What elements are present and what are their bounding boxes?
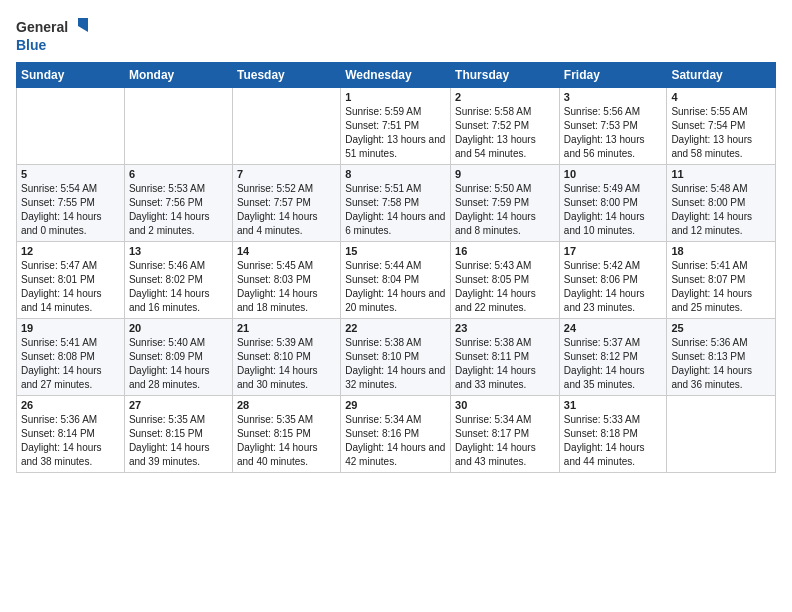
day-cell	[17, 88, 125, 165]
day-number: 24	[564, 322, 663, 334]
week-row-3: 12Sunrise: 5:47 AMSunset: 8:01 PMDayligh…	[17, 242, 776, 319]
day-number: 31	[564, 399, 663, 411]
day-cell: 3Sunrise: 5:56 AMSunset: 7:53 PMDaylight…	[559, 88, 667, 165]
day-cell: 6Sunrise: 5:53 AMSunset: 7:56 PMDaylight…	[124, 165, 232, 242]
day-info: Sunrise: 5:51 AMSunset: 7:58 PMDaylight:…	[345, 182, 446, 238]
day-cell: 27Sunrise: 5:35 AMSunset: 8:15 PMDayligh…	[124, 396, 232, 473]
day-cell: 29Sunrise: 5:34 AMSunset: 8:16 PMDayligh…	[341, 396, 451, 473]
day-number: 17	[564, 245, 663, 257]
day-number: 7	[237, 168, 336, 180]
day-info: Sunrise: 5:36 AMSunset: 8:14 PMDaylight:…	[21, 413, 120, 469]
day-cell: 19Sunrise: 5:41 AMSunset: 8:08 PMDayligh…	[17, 319, 125, 396]
weekday-header-sunday: Sunday	[17, 63, 125, 88]
day-number: 20	[129, 322, 228, 334]
day-cell: 15Sunrise: 5:44 AMSunset: 8:04 PMDayligh…	[341, 242, 451, 319]
weekday-header-thursday: Thursday	[451, 63, 560, 88]
day-info: Sunrise: 5:38 AMSunset: 8:10 PMDaylight:…	[345, 336, 446, 392]
day-info: Sunrise: 5:58 AMSunset: 7:52 PMDaylight:…	[455, 105, 555, 161]
day-cell: 1Sunrise: 5:59 AMSunset: 7:51 PMDaylight…	[341, 88, 451, 165]
day-cell: 28Sunrise: 5:35 AMSunset: 8:15 PMDayligh…	[232, 396, 340, 473]
day-cell: 7Sunrise: 5:52 AMSunset: 7:57 PMDaylight…	[232, 165, 340, 242]
weekday-header-friday: Friday	[559, 63, 667, 88]
day-number: 4	[671, 91, 771, 103]
calendar-table: SundayMondayTuesdayWednesdayThursdayFrid…	[16, 62, 776, 473]
day-number: 26	[21, 399, 120, 411]
day-info: Sunrise: 5:36 AMSunset: 8:13 PMDaylight:…	[671, 336, 771, 392]
day-cell: 22Sunrise: 5:38 AMSunset: 8:10 PMDayligh…	[341, 319, 451, 396]
day-number: 28	[237, 399, 336, 411]
day-info: Sunrise: 5:41 AMSunset: 8:08 PMDaylight:…	[21, 336, 120, 392]
weekday-header-wednesday: Wednesday	[341, 63, 451, 88]
day-info: Sunrise: 5:41 AMSunset: 8:07 PMDaylight:…	[671, 259, 771, 315]
weekday-header-saturday: Saturday	[667, 63, 776, 88]
day-info: Sunrise: 5:50 AMSunset: 7:59 PMDaylight:…	[455, 182, 555, 238]
day-info: Sunrise: 5:34 AMSunset: 8:17 PMDaylight:…	[455, 413, 555, 469]
day-info: Sunrise: 5:47 AMSunset: 8:01 PMDaylight:…	[21, 259, 120, 315]
day-cell: 20Sunrise: 5:40 AMSunset: 8:09 PMDayligh…	[124, 319, 232, 396]
day-number: 23	[455, 322, 555, 334]
day-number: 27	[129, 399, 228, 411]
page-container: General Blue SundayMondayTuesdayWednesda…	[0, 0, 792, 483]
day-number: 16	[455, 245, 555, 257]
day-number: 10	[564, 168, 663, 180]
day-info: Sunrise: 5:59 AMSunset: 7:51 PMDaylight:…	[345, 105, 446, 161]
day-cell: 30Sunrise: 5:34 AMSunset: 8:17 PMDayligh…	[451, 396, 560, 473]
day-info: Sunrise: 5:33 AMSunset: 8:18 PMDaylight:…	[564, 413, 663, 469]
day-number: 25	[671, 322, 771, 334]
day-cell: 17Sunrise: 5:42 AMSunset: 8:06 PMDayligh…	[559, 242, 667, 319]
day-cell: 23Sunrise: 5:38 AMSunset: 8:11 PMDayligh…	[451, 319, 560, 396]
day-number: 18	[671, 245, 771, 257]
day-info: Sunrise: 5:55 AMSunset: 7:54 PMDaylight:…	[671, 105, 771, 161]
header: General Blue	[16, 16, 776, 58]
day-number: 29	[345, 399, 446, 411]
svg-text:Blue: Blue	[16, 37, 47, 53]
week-row-5: 26Sunrise: 5:36 AMSunset: 8:14 PMDayligh…	[17, 396, 776, 473]
day-info: Sunrise: 5:53 AMSunset: 7:56 PMDaylight:…	[129, 182, 228, 238]
day-info: Sunrise: 5:46 AMSunset: 8:02 PMDaylight:…	[129, 259, 228, 315]
day-cell: 25Sunrise: 5:36 AMSunset: 8:13 PMDayligh…	[667, 319, 776, 396]
day-info: Sunrise: 5:35 AMSunset: 8:15 PMDaylight:…	[129, 413, 228, 469]
day-number: 14	[237, 245, 336, 257]
day-number: 6	[129, 168, 228, 180]
day-number: 12	[21, 245, 120, 257]
day-number: 30	[455, 399, 555, 411]
day-cell: 2Sunrise: 5:58 AMSunset: 7:52 PMDaylight…	[451, 88, 560, 165]
svg-marker-1	[78, 18, 88, 32]
svg-text:General: General	[16, 19, 68, 35]
day-info: Sunrise: 5:39 AMSunset: 8:10 PMDaylight:…	[237, 336, 336, 392]
day-cell: 10Sunrise: 5:49 AMSunset: 8:00 PMDayligh…	[559, 165, 667, 242]
day-number: 21	[237, 322, 336, 334]
day-number: 9	[455, 168, 555, 180]
day-cell: 9Sunrise: 5:50 AMSunset: 7:59 PMDaylight…	[451, 165, 560, 242]
day-info: Sunrise: 5:52 AMSunset: 7:57 PMDaylight:…	[237, 182, 336, 238]
day-number: 1	[345, 91, 446, 103]
day-cell: 12Sunrise: 5:47 AMSunset: 8:01 PMDayligh…	[17, 242, 125, 319]
day-info: Sunrise: 5:34 AMSunset: 8:16 PMDaylight:…	[345, 413, 446, 469]
day-number: 22	[345, 322, 446, 334]
day-cell: 13Sunrise: 5:46 AMSunset: 8:02 PMDayligh…	[124, 242, 232, 319]
day-info: Sunrise: 5:49 AMSunset: 8:00 PMDaylight:…	[564, 182, 663, 238]
day-info: Sunrise: 5:37 AMSunset: 8:12 PMDaylight:…	[564, 336, 663, 392]
day-number: 11	[671, 168, 771, 180]
day-cell	[124, 88, 232, 165]
day-cell: 5Sunrise: 5:54 AMSunset: 7:55 PMDaylight…	[17, 165, 125, 242]
day-info: Sunrise: 5:38 AMSunset: 8:11 PMDaylight:…	[455, 336, 555, 392]
weekday-header-row: SundayMondayTuesdayWednesdayThursdayFrid…	[17, 63, 776, 88]
day-cell: 18Sunrise: 5:41 AMSunset: 8:07 PMDayligh…	[667, 242, 776, 319]
logo: General Blue	[16, 16, 96, 58]
day-cell: 24Sunrise: 5:37 AMSunset: 8:12 PMDayligh…	[559, 319, 667, 396]
logo-svg: General Blue	[16, 16, 96, 58]
day-info: Sunrise: 5:44 AMSunset: 8:04 PMDaylight:…	[345, 259, 446, 315]
day-cell: 8Sunrise: 5:51 AMSunset: 7:58 PMDaylight…	[341, 165, 451, 242]
day-info: Sunrise: 5:43 AMSunset: 8:05 PMDaylight:…	[455, 259, 555, 315]
day-number: 19	[21, 322, 120, 334]
day-cell: 14Sunrise: 5:45 AMSunset: 8:03 PMDayligh…	[232, 242, 340, 319]
weekday-header-tuesday: Tuesday	[232, 63, 340, 88]
day-cell: 21Sunrise: 5:39 AMSunset: 8:10 PMDayligh…	[232, 319, 340, 396]
day-cell	[667, 396, 776, 473]
day-number: 8	[345, 168, 446, 180]
day-cell: 26Sunrise: 5:36 AMSunset: 8:14 PMDayligh…	[17, 396, 125, 473]
day-cell: 4Sunrise: 5:55 AMSunset: 7:54 PMDaylight…	[667, 88, 776, 165]
weekday-header-monday: Monday	[124, 63, 232, 88]
day-number: 15	[345, 245, 446, 257]
